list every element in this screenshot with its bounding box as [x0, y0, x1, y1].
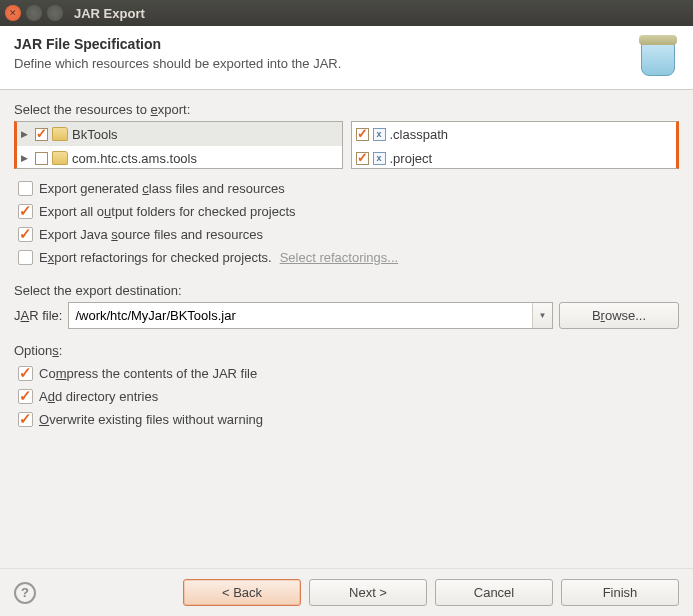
checkbox[interactable]: [18, 227, 33, 242]
help-icon[interactable]: ?: [14, 582, 36, 604]
title-bar: ✕ JAR Export: [0, 0, 693, 26]
browse-button[interactable]: Browse...: [559, 302, 679, 329]
expand-icon[interactable]: ▶: [21, 153, 31, 163]
tree-checkbox[interactable]: [35, 128, 48, 141]
checkbox[interactable]: [18, 389, 33, 404]
checkbox-label: Export Java source files and resources: [39, 227, 263, 242]
destination-label: Select the export destination:: [14, 283, 679, 298]
checkbox-label: Export refactorings for checked projects…: [39, 250, 272, 265]
expand-icon[interactable]: ▶: [21, 129, 31, 139]
file-item-classpath[interactable]: x .classpath: [352, 122, 677, 146]
cancel-button[interactable]: Cancel: [435, 579, 553, 606]
file-item-project[interactable]: x .project: [352, 146, 677, 169]
opt-export-output-folders[interactable]: Export all output folders for checked pr…: [18, 204, 679, 219]
checkbox-label: Add directory entries: [39, 389, 158, 404]
opt-export-class-files[interactable]: Export generated class files and resourc…: [18, 181, 679, 196]
checkbox[interactable]: [18, 250, 33, 265]
tree-item-comhtc[interactable]: ▶ com.htc.cts.ams.tools: [17, 146, 342, 169]
wizard-header: JAR File Specification Define which reso…: [0, 26, 693, 90]
tree-item-label: com.htc.cts.ams.tools: [72, 151, 197, 166]
opt-add-directory[interactable]: Add directory entries: [18, 389, 679, 404]
project-tree-pane[interactable]: ▶ BkTools ▶ com.htc.cts.ams.tools: [14, 121, 343, 169]
options-label: Options:: [14, 343, 679, 358]
jar-file-input[interactable]: [69, 303, 532, 328]
checkbox[interactable]: [18, 366, 33, 381]
checkbox[interactable]: [18, 204, 33, 219]
finish-button[interactable]: Finish: [561, 579, 679, 606]
file-list-pane[interactable]: x .classpath x .project: [351, 121, 680, 169]
checkbox-label: Export generated class files and resourc…: [39, 181, 285, 196]
file-icon: x: [373, 152, 386, 165]
page-subtitle: Define which resources should be exporte…: [14, 56, 679, 71]
window-minimize-button[interactable]: [26, 5, 42, 21]
tree-item-label: BkTools: [72, 127, 118, 142]
resource-selector: ▶ BkTools ▶ com.htc.cts.ams.tools x .cla…: [14, 121, 679, 169]
window-close-button[interactable]: ✕: [5, 5, 21, 21]
page-title: JAR File Specification: [14, 36, 679, 52]
select-refactorings-link[interactable]: Select refactorings...: [280, 250, 399, 265]
folder-icon: [52, 151, 68, 165]
next-button[interactable]: Next >: [309, 579, 427, 606]
jar-file-combo[interactable]: ▼: [68, 302, 553, 329]
file-checkbox[interactable]: [356, 128, 369, 141]
checkbox[interactable]: [18, 412, 33, 427]
tree-checkbox[interactable]: [35, 152, 48, 165]
checkbox-label: Compress the contents of the JAR file: [39, 366, 257, 381]
resources-label: Select the resources to export:: [14, 102, 679, 117]
tree-item-bktools[interactable]: ▶ BkTools: [17, 122, 342, 146]
wizard-footer: ? < Back Next > Cancel Finish: [0, 568, 693, 616]
file-checkbox[interactable]: [356, 152, 369, 165]
checkbox-label: Overwrite existing files without warning: [39, 412, 263, 427]
opt-export-source-files[interactable]: Export Java source files and resources: [18, 227, 679, 242]
checkbox[interactable]: [18, 181, 33, 196]
dropdown-icon[interactable]: ▼: [532, 303, 552, 328]
back-button[interactable]: < Back: [183, 579, 301, 606]
opt-compress[interactable]: Compress the contents of the JAR file: [18, 366, 679, 381]
checkbox-label: Export all output folders for checked pr…: [39, 204, 296, 219]
file-icon: x: [373, 128, 386, 141]
window-title: JAR Export: [74, 6, 145, 21]
folder-icon: [52, 127, 68, 141]
opt-overwrite[interactable]: Overwrite existing files without warning: [18, 412, 679, 427]
file-item-label: .project: [390, 151, 433, 166]
window-maximize-button[interactable]: [47, 5, 63, 21]
jar-icon: [629, 32, 679, 82]
jar-file-label: JAR file:: [14, 308, 62, 323]
file-item-label: .classpath: [390, 127, 449, 142]
opt-export-refactorings[interactable]: Export refactorings for checked projects…: [18, 250, 679, 265]
